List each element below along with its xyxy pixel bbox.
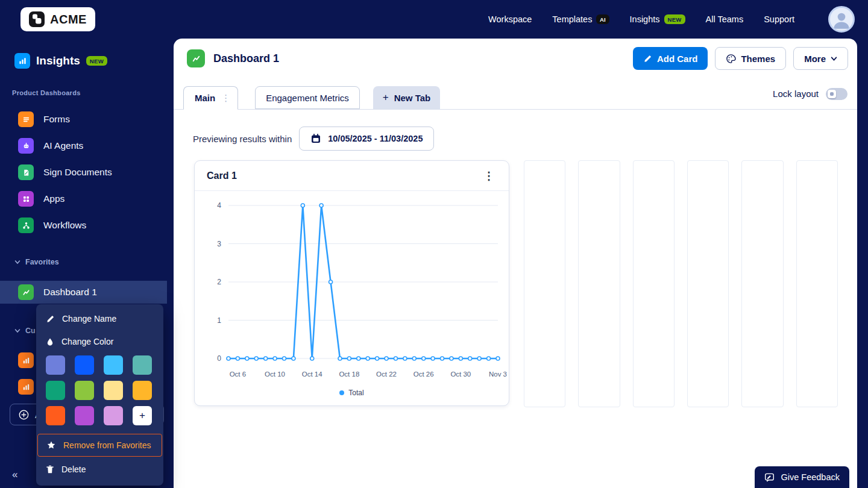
user-avatar[interactable]	[828, 6, 855, 33]
sidebar-item-workflows[interactable]: Workflows	[0, 212, 174, 239]
chevron-down-icon	[14, 259, 20, 265]
menu-item-change-name[interactable]: Change Name	[36, 307, 163, 330]
main-panel: Dashboard 1 Add Card Themes More Main	[174, 39, 857, 488]
palette-icon	[726, 54, 736, 64]
svg-text:Oct 6: Oct 6	[230, 371, 246, 378]
dashboard-icon	[18, 352, 34, 368]
nav-all-teams[interactable]: All Teams	[706, 14, 744, 24]
add-custom-color-button[interactable]: +	[133, 406, 152, 425]
acme-logo[interactable]: ACME	[20, 7, 95, 31]
sidebar-item-forms[interactable]: Forms	[0, 106, 174, 133]
card-menu-button[interactable]: ⋮	[481, 169, 497, 183]
tab-main[interactable]: Main ⋮	[183, 86, 238, 110]
themes-button[interactable]: Themes	[715, 47, 786, 70]
calendar-icon	[310, 133, 321, 144]
sidebar-item-label: Dashboard 1	[43, 287, 97, 298]
svg-text:Nov 3: Nov 3	[489, 371, 507, 378]
color-swatch-grid: +	[36, 353, 163, 433]
color-swatch[interactable]	[104, 406, 123, 425]
grid-placeholder-column	[687, 160, 729, 407]
svg-text:Oct 30: Oct 30	[450, 371, 471, 378]
star-icon	[46, 440, 56, 450]
legend-dot	[339, 390, 344, 395]
dashboard-context-menu: Change Name Change Color + Remove from F…	[36, 304, 163, 486]
date-range-picker[interactable]: 10/05/2025 - 11/03/2025	[299, 127, 434, 151]
sidebar-collapse-button[interactable]: «	[12, 469, 17, 481]
chevron-down-icon	[831, 55, 837, 62]
menu-item-delete[interactable]: Delete	[36, 458, 163, 481]
favorites-section-header[interactable]: Favorites	[14, 258, 59, 266]
card-1: Card 1 ⋮ 01234Oct 6Oct 10Oct 14Oct 18Oct…	[194, 160, 509, 406]
section-product-dashboards: Product Dashboards	[12, 89, 81, 96]
give-feedback-button[interactable]: Give Feedback	[755, 466, 849, 488]
grid-placeholder-column	[796, 160, 838, 407]
color-swatch[interactable]	[75, 355, 94, 375]
pencil-icon	[46, 314, 55, 324]
svg-text:4: 4	[217, 201, 221, 210]
sidebar-new-badge: NEW	[86, 56, 107, 66]
dashboard-icon	[18, 379, 34, 395]
tab-drag-handle-icon[interactable]: ⋮	[221, 93, 230, 104]
color-swatch[interactable]	[46, 406, 65, 425]
color-swatch[interactable]	[46, 381, 65, 400]
color-swatch[interactable]	[133, 381, 152, 400]
tab-engagement-metrics[interactable]: Engagement Metrics	[255, 86, 360, 109]
logo-text: ACME	[50, 13, 87, 27]
plus-icon: +	[383, 92, 389, 104]
color-swatch[interactable]	[75, 381, 94, 400]
chart-legend: Total	[195, 389, 509, 397]
dashboard-icon	[18, 284, 34, 300]
color-swatch[interactable]	[46, 355, 65, 375]
droplet-icon	[46, 337, 54, 346]
top-nav: Workspace TemplatesAI InsightsNEW All Te…	[488, 6, 855, 33]
acme-logo-icon	[29, 11, 45, 27]
grid-placeholder-column	[633, 160, 675, 407]
line-chart: 01234Oct 6Oct 10Oct 14Oct 18Oct 22Oct 26…	[195, 195, 509, 385]
new-badge: NEW	[664, 14, 685, 24]
grid-placeholder-column	[578, 160, 620, 407]
sidebar-item-dashboard-1[interactable]: Dashboard 1	[0, 281, 167, 304]
menu-item-change-color[interactable]: Change Color	[36, 330, 163, 353]
grid-placeholder-column	[524, 160, 565, 407]
color-swatch[interactable]	[75, 406, 94, 425]
color-swatch[interactable]	[133, 355, 152, 375]
sidebar-nav-list: Forms AI Agents Sign Documents Apps	[0, 106, 174, 239]
lock-layout-label: Lock layout	[773, 89, 819, 99]
new-tab-button[interactable]: + New Tab	[373, 86, 441, 109]
sidebar-item-sign-documents[interactable]: Sign Documents	[0, 159, 174, 186]
sidebar-item-label: Sign Documents	[43, 167, 112, 178]
card-title: Card 1	[207, 170, 237, 181]
sidebar-item-ai-agents[interactable]: AI Agents	[0, 133, 174, 159]
svg-text:1: 1	[217, 316, 221, 325]
pencil-icon	[643, 54, 652, 63]
nav-insights[interactable]: InsightsNEW	[630, 14, 685, 24]
lock-layout-toggle[interactable]	[826, 88, 848, 100]
add-card-button[interactable]: Add Card	[633, 47, 708, 70]
header-buttons: Add Card Themes More	[633, 47, 848, 70]
page: ACME Workspace TemplatesAI InsightsNEW A…	[0, 0, 868, 488]
trash-icon	[46, 465, 54, 474]
svg-text:3: 3	[217, 240, 221, 248]
feedback-icon	[764, 472, 775, 483]
legend-label: Total	[348, 389, 363, 397]
topbar: ACME Workspace TemplatesAI InsightsNEW A…	[0, 0, 868, 39]
preview-label: Previewing results within	[193, 134, 292, 144]
nav-workspace[interactable]: Workspace	[488, 14, 532, 24]
svg-text:Oct 14: Oct 14	[302, 371, 322, 378]
workflows-icon	[18, 217, 34, 233]
more-button[interactable]: More	[793, 47, 848, 70]
nav-support[interactable]: Support	[764, 14, 794, 24]
color-swatch[interactable]	[104, 381, 123, 400]
nav-templates[interactable]: TemplatesAI	[552, 14, 609, 24]
menu-item-remove-from-favorites[interactable]: Remove from Favorites	[37, 434, 162, 457]
dashboard-header: Dashboard 1 Add Card Themes More	[174, 39, 857, 78]
color-swatch[interactable]	[104, 355, 123, 375]
sidebar-header: Insights NEW	[14, 53, 107, 69]
person-icon	[830, 7, 853, 31]
collapsed-section-header[interactable]: Cu	[14, 327, 36, 335]
tabs-bar: Main ⋮ Engagement Metrics + New Tab Lock…	[174, 78, 857, 110]
svg-text:0: 0	[217, 354, 221, 363]
sidebar-item-label: AI Agents	[43, 140, 83, 151]
apps-icon	[18, 191, 34, 207]
sidebar-item-apps[interactable]: Apps	[0, 186, 174, 212]
